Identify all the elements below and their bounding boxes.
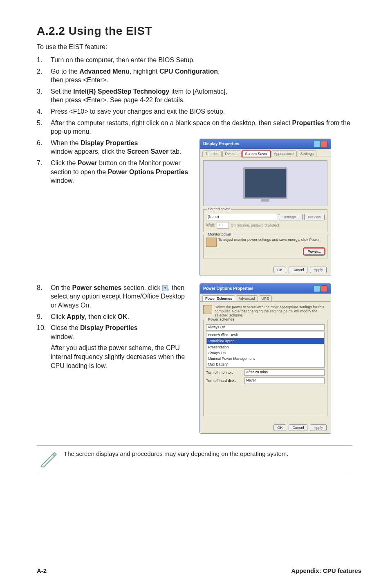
group-monitor-power: Monitor power xyxy=(207,232,233,236)
intro-text: To use the EIST feature: xyxy=(37,43,361,51)
group-screensaver: Screen saver xyxy=(207,207,231,211)
monitor-off-label: Turn off monitor: xyxy=(206,370,243,375)
step-3: Set the Intel(R) SpeedStep Technology it… xyxy=(37,87,361,105)
cancel-button[interactable]: Cancel xyxy=(289,424,307,431)
step-5: After the computer restarts, right click… xyxy=(37,119,361,136)
monitor-icon xyxy=(243,167,287,199)
footer-page-number: A-2 xyxy=(37,567,47,574)
scheme-opt[interactable]: Max Battery xyxy=(206,361,324,367)
monitor-power-text: To adjust monitor power settings and sav… xyxy=(217,238,325,242)
note-text: The screen displays and procedures may v… xyxy=(64,450,288,458)
scheme-desc: Select the power scheme with the most ap… xyxy=(215,305,327,317)
power-button[interactable]: Power... xyxy=(304,248,325,255)
screensaver-select[interactable]: (None) xyxy=(206,214,277,220)
scheme-opt[interactable]: Presentation xyxy=(206,344,324,350)
group-power-schemes: Power schemes xyxy=(207,317,235,321)
scheme-opt[interactable]: Always On xyxy=(206,350,324,356)
scheme-select[interactable]: Always On xyxy=(206,324,325,331)
step-6: When the Display Properties window appea… xyxy=(37,139,192,156)
pencil-note-icon xyxy=(39,450,57,468)
tab-settings[interactable]: Settings xyxy=(298,150,317,157)
scheme-dropdown-list[interactable]: Home/Office Desk Portable/Laptop Present… xyxy=(206,332,325,368)
tab-ups[interactable]: UPS xyxy=(259,295,272,301)
note-callout: The screen displays and procedures may v… xyxy=(37,445,352,472)
window-title: Power Options Properties xyxy=(203,286,253,291)
preview-button[interactable]: Preview xyxy=(304,214,325,220)
tab-appearance[interactable]: Appearance xyxy=(271,150,297,157)
step-9: Click Apply, then click OK. xyxy=(37,312,192,321)
monitor-off-select[interactable]: After 20 mins xyxy=(244,369,325,376)
step-7: Click the Power button on the Monitor po… xyxy=(37,159,192,185)
step-2: Go to the Advanced Menu, highlight CPU C… xyxy=(37,67,361,85)
display-properties-window: Display Properties Themes Desktop Screen… xyxy=(199,139,331,276)
power-plug-icon xyxy=(206,238,217,247)
power-options-window: Power Options Properties Power Schemes A… xyxy=(199,283,331,434)
scheme-opt[interactable]: Home/Office Desk xyxy=(206,332,324,338)
tab-bar: Power Schemes Advanced UPS xyxy=(200,294,331,302)
tab-desktop[interactable]: Desktop xyxy=(222,150,242,157)
scheme-opt[interactable]: Portable/Laptop xyxy=(206,338,324,344)
apply-button[interactable]: Apply xyxy=(310,424,327,431)
section-heading: A.2.2 Using the EIST xyxy=(37,25,361,38)
step-10: Close the Display Properties window. xyxy=(37,323,192,341)
tab-power-schemes[interactable]: Power Schemes xyxy=(202,295,235,301)
help-icon[interactable] xyxy=(314,285,320,292)
ok-button[interactable]: OK xyxy=(273,424,286,431)
resume-check-label: On resume, password protect xyxy=(231,223,279,227)
tab-advanced[interactable]: Advanced xyxy=(236,295,258,301)
settings-button[interactable]: Settings... xyxy=(279,214,303,220)
hd-off-label: Turn off hard disks: xyxy=(206,379,243,383)
scheme-opt[interactable]: Minimal Power Management xyxy=(206,356,324,361)
close-icon[interactable] xyxy=(321,285,327,292)
wait-label: Wait: xyxy=(206,223,215,227)
tab-themes[interactable]: Themes xyxy=(202,150,222,157)
step-8: On the Power schemes section, click ▾, t… xyxy=(37,283,192,310)
tab-bar: Themes Desktop Screen Saver Appearance S… xyxy=(200,149,331,157)
footer-section-title: Appendix: CPU features xyxy=(291,567,361,574)
window-title: Display Properties xyxy=(203,141,239,146)
wait-input[interactable]: 10 xyxy=(217,222,229,229)
close-icon[interactable] xyxy=(321,141,327,147)
apply-button[interactable]: Apply xyxy=(310,267,327,273)
hd-off-select[interactable]: Never xyxy=(244,377,325,384)
battery-icon xyxy=(203,305,212,314)
step-1: Turn on the computer, then enter the BIO… xyxy=(37,56,361,65)
screensaver-preview xyxy=(203,160,327,206)
ok-button[interactable]: OK xyxy=(273,267,286,273)
tab-screen-saver[interactable]: Screen Saver xyxy=(242,150,271,157)
step-4: Press <F10> to save your changes and exi… xyxy=(37,107,361,116)
cancel-button[interactable]: Cancel xyxy=(289,267,307,273)
help-icon[interactable] xyxy=(314,141,320,147)
after-adjust-text: After you adjust the power scheme, the C… xyxy=(51,343,192,370)
dropdown-arrow-icon: ▾ xyxy=(162,285,168,291)
